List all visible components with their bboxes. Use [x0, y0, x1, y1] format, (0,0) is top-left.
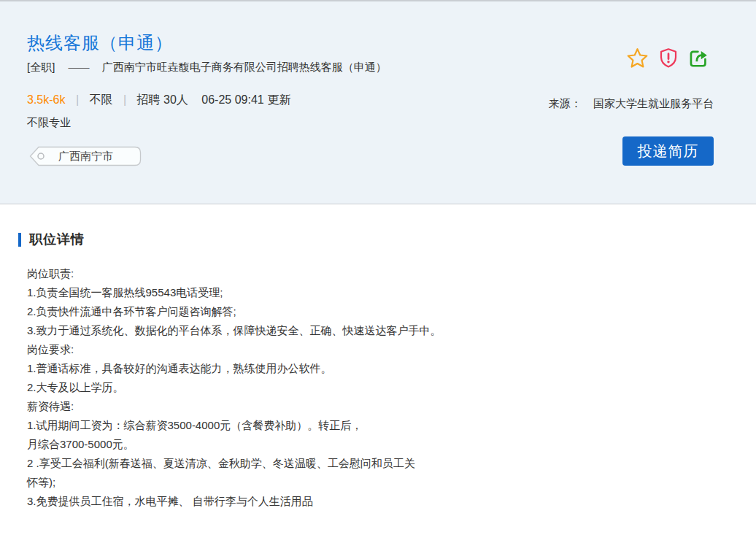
job-description-line: 岗位职责: — [27, 264, 727, 283]
job-detail-page: 热线客服（申通） [全职] —— 广西南宁市旺垚馥电子商务有限公司招聘热线客服（… — [0, 0, 756, 543]
job-description-line: 1.普通话标准，具备较好的沟通表达能力，熟练使用办公软件。 — [27, 359, 727, 378]
source-line: 来源： 国家大学生就业服务平台 — [549, 97, 714, 111]
job-description-line: 1.负责全国统一客服热线95543电话受理; — [27, 283, 727, 302]
source-label: 来源： — [549, 97, 582, 109]
location-tag: 广西南宁市 — [29, 146, 142, 166]
favorite-star-icon[interactable] — [626, 47, 649, 69]
job-description-line: 怀等); — [27, 473, 727, 492]
meta-separator: | — [123, 93, 126, 106]
section-header: 职位详情 — [18, 231, 85, 248]
headcount: 招聘 30人 — [137, 93, 188, 106]
job-type-label: [全职] — [27, 61, 55, 73]
job-description: 岗位职责:1.负责全国统一客服热线95543电话受理;2.负责快件流通中各环节客… — [27, 264, 727, 511]
location-tag-label: 广西南宁市 — [58, 150, 113, 163]
job-meta-row: 3.5k-6k | 不限 | 招聘 30人 06-25 09:41 更新 — [27, 93, 290, 108]
job-description-line: 3.免费提供员工住宿，水电平摊、 自带行李与个人生活用品 — [27, 492, 727, 511]
share-icon[interactable] — [688, 48, 709, 69]
salary-range: 3.5k-6k — [27, 93, 65, 106]
section-accent-bar — [18, 233, 21, 247]
updated-timestamp: 06-25 09:41 更新 — [201, 93, 290, 106]
job-description-line: 岗位要求: — [27, 340, 727, 359]
job-description-line: 2.负责快件流通中各环节客户问题咨询解答; — [27, 302, 727, 321]
job-description-line: 1.试用期间工资为：综合薪资3500-4000元（含餐费补助）。转正后， — [27, 416, 727, 435]
job-header: 热线客服（申通） [全职] —— 广西南宁市旺垚馥电子商务有限公司招聘热线客服（… — [0, 1, 756, 204]
job-subtitle: [全职] —— 广西南宁市旺垚馥电子商务有限公司招聘热线客服（申通） — [27, 61, 387, 74]
section-title: 职位详情 — [29, 231, 85, 248]
action-icon-row — [626, 47, 709, 69]
job-description-line: 薪资待遇: — [27, 397, 727, 416]
meta-separator: | — [76, 93, 79, 106]
major-requirement: 不限专业 — [27, 116, 71, 130]
job-description-line: 2.大专及以上学历。 — [27, 378, 727, 397]
company-line: 广西南宁市旺垚馥电子商务有限公司招聘热线客服（申通） — [102, 61, 387, 73]
report-shield-icon[interactable] — [659, 47, 678, 69]
dash-separator: —— — [69, 61, 89, 73]
apply-button[interactable]: 投递简历 — [622, 136, 714, 166]
education-requirement: 不限 — [90, 93, 113, 106]
job-description-line: 3.致力于通过系统化、数据化的平台体系，保障快递安全、正确、快速送达客户手中。 — [27, 321, 727, 340]
job-description-line: 2 .享受工会福利(新春送福、夏送清凉、金秋助学、冬送温暖、工会慰问和员工关 — [27, 454, 727, 473]
page-title: 热线客服（申通） — [27, 31, 173, 55]
job-description-line: 月综合3700-5000元。 — [27, 435, 727, 454]
source-value: 国家大学生就业服务平台 — [593, 97, 714, 109]
